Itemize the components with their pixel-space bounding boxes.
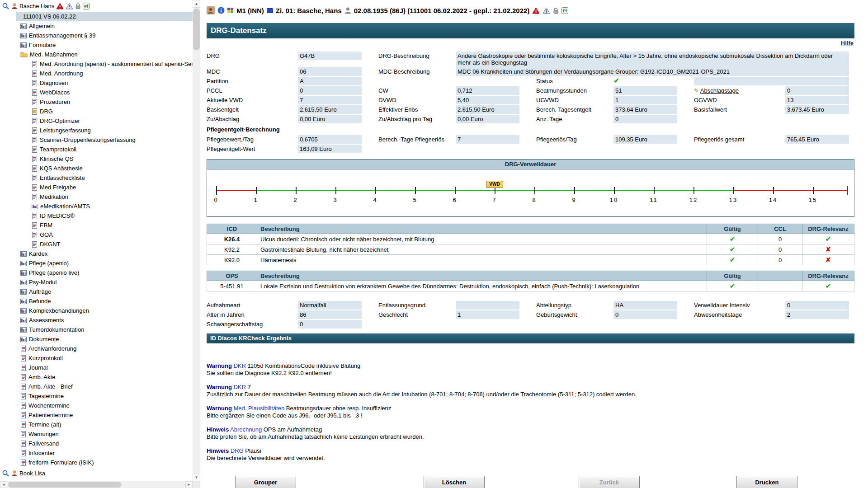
sidebar-vertical-scrollbar[interactable]: ▲ ▼ bbox=[193, 0, 200, 481]
aktuelle-vwd-field[interactable]: 7 bbox=[298, 96, 362, 104]
sidebar-item-termine-alt[interactable]: Termine (alt) bbox=[0, 420, 193, 429]
abschlagstage-link[interactable]: ✎ Abschlagstage bbox=[694, 87, 739, 94]
sidebar-item-drg-optimizer[interactable]: DRG-Optimizer bbox=[0, 116, 193, 126]
message-category[interactable]: DKR bbox=[232, 384, 246, 390]
pf-icon[interactable]: Pf bbox=[561, 7, 568, 14]
sidebar-item-diagnosen[interactable]: Diagnosen bbox=[0, 78, 193, 88]
aufnahmeart-field[interactable]: Normalfall bbox=[298, 301, 362, 310]
sidebar-item-pflege-apenio[interactable]: Pflege (apenio) bbox=[0, 258, 193, 268]
ugvwd-field[interactable]: 1 bbox=[613, 96, 677, 104]
sidebar-item-freiform-formulare-isik[interactable]: freiform-Formulare (ISIK) bbox=[0, 458, 193, 467]
sidebar-item-med-anordnung-apenio-auskommentiert-auf-apenio-seit[interactable]: Med. Anordnung (apenio) - auskommentiert… bbox=[0, 59, 193, 69]
extra-field[interactable] bbox=[694, 77, 849, 85]
schwangerschaftstag-field[interactable]: 0 bbox=[298, 320, 362, 328]
drg-beschreibung-value[interactable]: Andere Gastroskopie oder bestimmte kolos… bbox=[456, 52, 849, 67]
message-category[interactable]: DKR bbox=[232, 362, 246, 369]
effektiver-erl-s-field[interactable]: 2.615,50 Euro bbox=[456, 105, 519, 114]
geschlecht-field[interactable]: 1 bbox=[456, 310, 519, 319]
icd-row-k92-2[interactable]: K92.2Gastrointestinale Blutung, nicht nä… bbox=[207, 244, 854, 255]
mdc-field[interactable]: 06 bbox=[298, 67, 362, 76]
sidebar-item-komplexbehandlungen[interactable]: Komplexbehandlungen bbox=[0, 306, 193, 315]
abschlagstage-field[interactable]: 0 bbox=[785, 86, 849, 95]
entlassungsgrund-field[interactable] bbox=[456, 301, 519, 310]
sidebar-item-allgemein[interactable]: Allgemein bbox=[0, 21, 193, 31]
alter-in-jahren-field[interactable]: 86 bbox=[298, 310, 362, 319]
message-category[interactable]: DRG bbox=[229, 447, 244, 454]
partition-field[interactable]: A bbox=[298, 77, 362, 85]
sidebar-patient-basche-hans[interactable]: Basche HansPf bbox=[0, 0, 193, 12]
sidebar-item-med-freigabe[interactable]: Med.Freigabe bbox=[0, 183, 193, 192]
verweildauer-intensiv-field[interactable]: 0 bbox=[785, 301, 849, 310]
sidebar-item-med-anordnung[interactable]: Med. Anordnung bbox=[0, 69, 193, 78]
sidebar-item-befunde[interactable]: Befunde bbox=[0, 296, 193, 306]
warning-red-icon[interactable] bbox=[532, 7, 540, 14]
abteilungstyp-field[interactable]: HA bbox=[613, 301, 677, 310]
sidebar-item-scanner-gruppenleistungserfassung[interactable]: Scanner-Gruppenleistungserfassung bbox=[0, 135, 193, 145]
sidebar-item-kardex[interactable]: Kardex bbox=[0, 249, 193, 258]
help-link[interactable]: Hilfe bbox=[841, 40, 854, 47]
sidebar-item-journal[interactable]: Journal bbox=[0, 363, 193, 372]
beatmungsstunden-field[interactable]: 51 bbox=[613, 86, 677, 95]
sidebar-item-ebm[interactable]: EBM bbox=[0, 221, 193, 230]
sidebar-item-tagestermine[interactable]: Tagestermine bbox=[0, 391, 193, 401]
sidebar-item-teamprotokoll[interactable]: Teamprotokoll bbox=[0, 145, 193, 154]
sidebar-item-drg[interactable]: DRG bbox=[0, 107, 193, 116]
berech-tage-pflegeerl-s-field[interactable]: 7 bbox=[456, 135, 519, 144]
sidebar-item-dokumente[interactable]: Dokumente bbox=[0, 334, 193, 344]
scroll-right-button[interactable]: ► bbox=[185, 481, 193, 488]
sidebar-item-fallversand[interactable]: Fallversand bbox=[0, 439, 193, 448]
pflegeentgelt-wert-field[interactable]: 163,09 Euro bbox=[298, 145, 362, 153]
edit-icon[interactable]: ✎ bbox=[694, 87, 699, 94]
sidebar-item-leistungserfassung[interactable]: Leistungserfassung bbox=[0, 126, 193, 135]
sidebar-item-kqs-an-sthesie[interactable]: KQS Anästhesie bbox=[0, 164, 193, 173]
ogvwd-field[interactable]: 13 bbox=[785, 96, 849, 104]
sidebar-item-prozeduren[interactable]: Prozeduren bbox=[0, 97, 193, 107]
grouper-button[interactable]: Grouper bbox=[235, 476, 296, 488]
mdc-beschreibung-value[interactable]: MDC 06 Krankheiten und Störungen der Ver… bbox=[456, 67, 849, 76]
anz-tage-field[interactable]: 0 bbox=[613, 115, 677, 123]
icd-row-k92-0[interactable]: K92.0Hämatemesis✔0✘ bbox=[207, 255, 854, 265]
sidebar-patient-book-lisa[interactable]: Book Lisa bbox=[0, 467, 193, 479]
scroll-down-button[interactable]: ▼ bbox=[193, 474, 200, 481]
zu-abschlag-field[interactable]: 0,00 Euro bbox=[298, 115, 362, 123]
zur-ck-button[interactable]: Zurück bbox=[579, 476, 640, 488]
info-icon[interactable] bbox=[217, 7, 225, 14]
dvwd-field[interactable]: 5,40 bbox=[456, 96, 519, 104]
sidebar-item-klinische-qs[interactable]: Klinische QS bbox=[0, 154, 193, 164]
basisentgelt-field[interactable]: 2.615,50 Euro bbox=[298, 105, 362, 114]
sidebar-item-formulare[interactable]: Formulare bbox=[0, 40, 193, 50]
sidebar-item-med-ma-nahmen[interactable]: Med. Maßnahmen bbox=[0, 50, 193, 59]
sidebar-item-id-medics[interactable]: ID MEDICS® bbox=[0, 211, 193, 221]
basisfallwert-field[interactable]: 3.673,45 Euro bbox=[785, 105, 849, 114]
drg-field[interactable]: G47B bbox=[298, 52, 362, 60]
sidebar-item-psy-modul[interactable]: Psy-Modul bbox=[0, 277, 193, 287]
sidebar-item-go[interactable]: GOÄ bbox=[0, 230, 193, 239]
message-category[interactable]: Med. Plausibilitäten bbox=[232, 405, 284, 412]
icd-row-k26-4[interactable]: K26.4Ulcus duodeni: Chronisch oder nicht… bbox=[207, 234, 854, 244]
sidebar-item-dkgnt[interactable]: DKGNT bbox=[0, 239, 193, 249]
scroll-up-button[interactable]: ▲ bbox=[193, 0, 200, 8]
sidebar-item-patiententermine[interactable]: Patiententermine bbox=[0, 410, 193, 420]
sidebar-item-entlassmanagement-39[interactable]: Entlassmanagement § 39 bbox=[0, 31, 193, 40]
sidebar-item-entlasscheckliste[interactable]: Entlasscheckliste bbox=[0, 173, 193, 183]
abwesenheitstage-field[interactable]: 2 bbox=[785, 310, 849, 319]
l-schen-button[interactable]: Löschen bbox=[424, 476, 485, 488]
message-category[interactable]: Abrechnung bbox=[229, 426, 262, 433]
cw-field[interactable]: 0,712 bbox=[456, 86, 519, 95]
sidebar-horizontal-scrollbar[interactable]: ◄ ► bbox=[0, 481, 193, 488]
sidebar-item-emedikation-amts[interactable]: eMedikation/AMTS bbox=[0, 202, 193, 211]
sidebar-item-111001-vs-06-02-22[interactable]: 111001 VS 06.02.22- bbox=[0, 12, 193, 21]
ops-row-5-451-91[interactable]: 5-451.91Lokale Exzision und Destruktion … bbox=[207, 281, 854, 291]
sidebar-item-auftr-ge[interactable]: Aufträge bbox=[0, 287, 193, 296]
pflegeerl-s-gesamt-field[interactable]: 765,45 Euro bbox=[785, 135, 849, 144]
drucken-button[interactable]: Drucken bbox=[736, 476, 797, 488]
geburtsgewicht-field[interactable]: 0 bbox=[613, 310, 677, 319]
vertical-scrollbar-thumb[interactable] bbox=[193, 9, 200, 50]
sidebar-item-pflege-apenio-live[interactable]: Pflege (apenio live) bbox=[0, 268, 193, 277]
berech-tagesentgelt-field[interactable]: 373,64 Euro bbox=[613, 105, 677, 114]
scroll-left-button[interactable]: ◄ bbox=[0, 481, 7, 488]
sidebar-item-amb-akte-brief[interactable]: Amb. Akte - Brief bbox=[0, 382, 193, 391]
sidebar-item-tumordokumentation[interactable]: Tumordokumentation bbox=[0, 325, 193, 334]
sidebar-item-medikation[interactable]: Medikation bbox=[0, 192, 193, 202]
pflegeerl-s-tag-field[interactable]: 109,35 Euro bbox=[613, 135, 677, 144]
